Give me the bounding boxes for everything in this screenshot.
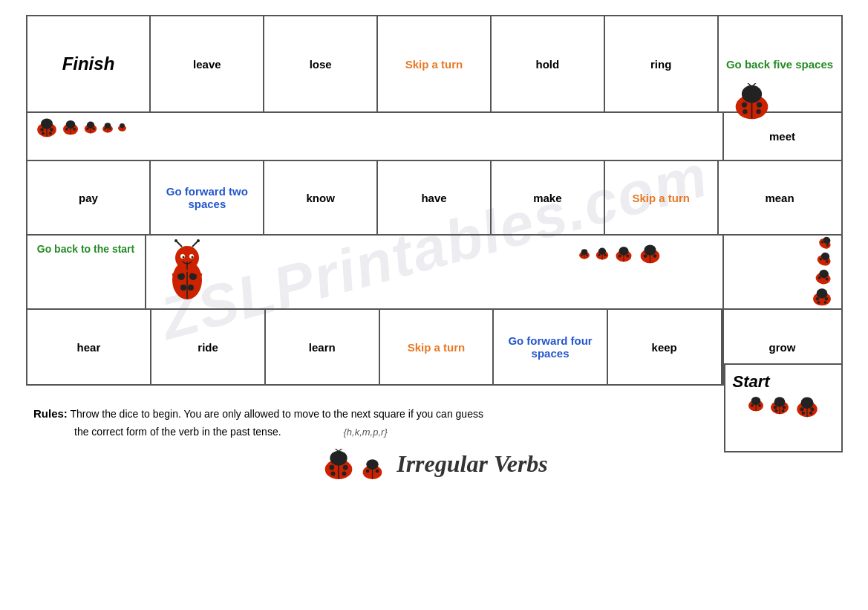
skip1-label: Skip a turn	[405, 58, 463, 71]
cell-finish: Finish	[27, 16, 151, 111]
cell-mean: mean	[719, 161, 841, 234]
svg-point-64	[618, 254, 621, 257]
cell-skip2: Skip a turn	[605, 161, 719, 234]
cell-hear: hear	[27, 310, 152, 384]
svg-line-115	[334, 449, 339, 452]
cell-make: make	[492, 161, 605, 234]
svg-point-20	[104, 128, 106, 130]
svg-point-88	[823, 301, 826, 304]
cell-have: have	[378, 161, 492, 234]
right-trail-4	[810, 287, 834, 306]
title-bug-small	[359, 458, 385, 480]
ladybug-1	[35, 117, 59, 137]
ride-label: ride	[198, 341, 218, 354]
cell-ride: ride	[151, 310, 266, 384]
cell-lose: lose	[264, 16, 378, 111]
svg-point-3	[40, 128, 44, 132]
svg-point-59	[598, 254, 600, 256]
svg-point-86	[824, 297, 827, 300]
svg-point-85	[815, 297, 818, 300]
svg-point-29	[756, 102, 761, 107]
board-row-bottom: hear ride learn Skip a turn Go forward f…	[27, 310, 841, 384]
svg-point-10	[65, 128, 68, 131]
svg-point-123	[376, 469, 379, 473]
grow-label: grow	[769, 341, 796, 354]
make-label: make	[533, 192, 561, 204]
cell-skip1: Skip a turn	[378, 16, 492, 111]
know-label: know	[306, 192, 334, 204]
svg-point-21	[109, 128, 111, 130]
start-label: Start	[729, 372, 770, 392]
skip3-label: Skip a turn	[408, 341, 466, 354]
svg-point-31	[756, 109, 760, 114]
lose-label: lose	[310, 58, 332, 71]
cell-pay: pay	[27, 161, 151, 234]
svg-point-60	[604, 254, 606, 256]
board-wrapper: Finish leave lose Skip a turn hold	[26, 15, 843, 386]
game-container: ZSLPrintables.com Finish leave lose Skip	[0, 0, 868, 495]
board-row-2: pay Go forward two spaces know have make…	[27, 161, 841, 236]
svg-point-16	[92, 128, 94, 130]
svg-point-11	[73, 128, 76, 131]
finish-label: Finish	[62, 53, 115, 74]
svg-point-42	[174, 239, 177, 242]
cell-learn: learn	[266, 310, 380, 384]
rules-text2-span: the correct form of the verb in the past…	[74, 426, 281, 438]
have-label: have	[421, 192, 446, 204]
svg-point-4	[50, 128, 53, 132]
ladybug-4	[101, 122, 114, 133]
pay-label: pay	[79, 192, 98, 204]
skip2-label: Skip a turn	[632, 192, 690, 204]
svg-point-114	[342, 471, 347, 476]
ladybug-3	[82, 120, 99, 134]
trail-bug-3	[613, 245, 634, 262]
svg-point-43	[197, 239, 200, 242]
cartoon-ladybug	[161, 239, 213, 302]
rules-text2: the correct form of the verb in the past…	[33, 426, 388, 438]
svg-point-30	[743, 109, 747, 114]
cell-skip3: Skip a turn	[380, 310, 495, 384]
svg-point-113	[331, 471, 336, 476]
svg-point-15	[86, 128, 88, 130]
svg-point-6	[48, 132, 51, 134]
rules-text1: Throw the dice to begin. You are only al…	[68, 408, 483, 420]
svg-point-112	[343, 464, 348, 470]
cell-know: know	[264, 161, 378, 234]
cell-leave: leave	[151, 16, 264, 111]
keep-label: keep	[652, 341, 677, 354]
svg-point-87	[817, 301, 820, 304]
ladybug-big-right	[731, 83, 772, 120]
svg-point-69	[643, 254, 647, 258]
cell-keep: keep	[608, 310, 722, 384]
ladybug-2	[61, 119, 80, 135]
svg-point-122	[366, 469, 370, 473]
cell-hold: hold	[492, 16, 605, 111]
trail-bug-2	[594, 247, 610, 260]
cell-goforward4: Go forward four spaces	[494, 310, 608, 384]
game-title: Irregular Verbs	[397, 450, 548, 478]
bottom-section: Rules: Throw the dice to begin. You are …	[22, 404, 846, 441]
trail-bug-4	[637, 243, 663, 264]
svg-point-46	[180, 285, 186, 291]
goback-start-label: Go back to the start	[37, 243, 134, 255]
svg-point-55	[586, 254, 588, 256]
hear-label: hear	[77, 341, 101, 354]
board-row-1: Finish leave lose Skip a turn hold	[27, 16, 841, 113]
cell-goback-start: Go back to the start	[27, 236, 146, 308]
goforward2-label: Go forward two spaces	[154, 185, 259, 210]
midrow: Go back to the start	[27, 236, 841, 310]
title-bugs	[320, 449, 385, 480]
svg-point-39	[191, 256, 193, 259]
svg-point-54	[581, 254, 583, 256]
svg-point-84	[816, 288, 827, 298]
right-trail-2	[813, 248, 835, 268]
right-trail-3	[812, 267, 835, 287]
trail-bug-1	[578, 248, 591, 259]
ladybug-5	[117, 123, 128, 132]
svg-point-47	[188, 285, 194, 291]
svg-point-65	[626, 254, 629, 257]
leave-label: leave	[193, 58, 221, 71]
goback5-label: Go back five spaces	[726, 58, 833, 71]
rules-bold: Rules:	[33, 407, 68, 420]
svg-point-70	[653, 254, 656, 258]
